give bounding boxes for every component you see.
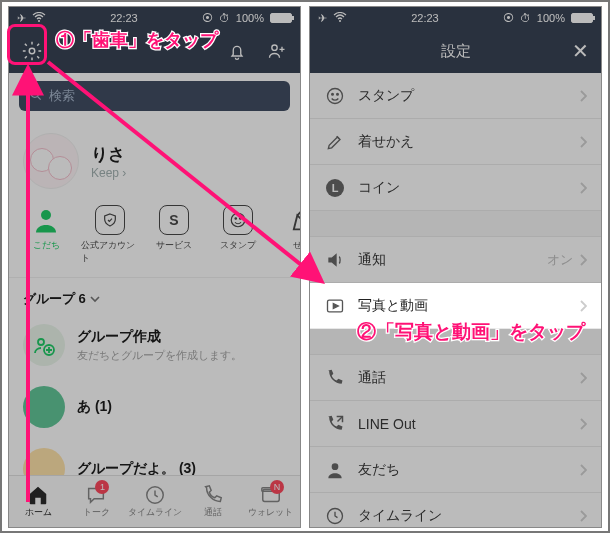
phone-right: ✈︎ 22:23 ⦿ ⏱ 100% 設定 ✕ スタンプ着せかえLコイン通知オン写… — [309, 6, 602, 528]
settings-row-sticker[interactable]: スタンプ — [310, 73, 601, 119]
airplane-icon: ✈︎ — [17, 12, 26, 25]
svg-point-13 — [339, 20, 341, 22]
wifi-icon — [333, 12, 347, 24]
tutorial-stage: ✈︎ 22:23 ⦿ ⏱ 100% — [0, 0, 610, 533]
settings-row-lineout[interactable]: LINE Out — [310, 401, 601, 447]
settings-row-phone[interactable]: 通話 — [310, 355, 601, 401]
tab-call[interactable]: 通話 — [184, 476, 242, 527]
volume-icon — [324, 249, 346, 271]
tab-wallet[interactable]: ウォレット N — [242, 476, 300, 527]
settings-row-label: 友だち — [358, 461, 400, 479]
annotation-1: ①「歯車」をタップ — [56, 28, 218, 52]
settings-row-label: コイン — [358, 179, 400, 197]
tab-talk[interactable]: トーク 1 — [67, 476, 125, 527]
svg-point-0 — [38, 20, 40, 22]
alarm-icon: ⏱ — [520, 12, 531, 24]
search-placeholder: 検索 — [49, 87, 75, 105]
bottom-tab-bar: ホーム トーク 1 タイムライン 通話 ウォレット N — [9, 475, 300, 527]
wifi-icon — [32, 12, 46, 24]
search-icon — [29, 88, 43, 105]
settings-separator — [310, 211, 601, 237]
avatar — [23, 133, 79, 189]
group-row-1[interactable]: あ (1) — [9, 376, 300, 438]
tab-themes[interactable]: せか — [273, 205, 300, 265]
tab-home[interactable]: ホーム — [9, 476, 67, 527]
profile-keep[interactable]: Keep › — [91, 166, 126, 180]
badge-new: N — [270, 480, 284, 494]
media-icon — [324, 295, 346, 317]
groups-header[interactable]: グループ 6 — [9, 278, 300, 314]
battery-pct: 100% — [236, 12, 264, 24]
location-icon: ⦿ — [503, 12, 514, 24]
alarm-icon: ⏱ — [219, 12, 230, 24]
settings-row-label: 通話 — [358, 369, 386, 387]
svg-point-4 — [41, 210, 51, 220]
settings-title: 設定 — [441, 42, 471, 61]
chevron-down-icon — [90, 294, 100, 304]
annotation-gear-highlight — [7, 24, 47, 65]
profile-name: りさ — [91, 143, 126, 166]
status-time: 22:23 — [411, 12, 439, 24]
add-friend-icon[interactable] — [264, 38, 290, 64]
status-time: 22:23 — [110, 12, 138, 24]
group-create-row[interactable]: グループ作成 友だちとグループを作成します。 — [9, 314, 300, 376]
location-icon: ⦿ — [202, 12, 213, 24]
svg-point-7 — [240, 218, 242, 220]
settings-row-trail: オン — [547, 251, 573, 269]
battery-icon — [270, 13, 292, 23]
status-bar: ✈︎ 22:23 ⦿ ⏱ 100% — [9, 7, 300, 29]
svg-point-14 — [328, 88, 343, 103]
settings-row-coin[interactable]: Lコイン — [310, 165, 601, 211]
brush-icon — [324, 131, 346, 153]
settings-row-label: 着せかえ — [358, 133, 414, 151]
sticker-icon — [324, 85, 346, 107]
tab-friends[interactable]: こだち — [17, 205, 75, 265]
settings-row-brush[interactable]: 着せかえ — [310, 119, 601, 165]
tab-stickers[interactable]: スタンプ — [209, 205, 267, 265]
settings-row-label: スタンプ — [358, 87, 414, 105]
tab-services[interactable]: S サービス — [145, 205, 203, 265]
search-input[interactable]: 検索 — [19, 81, 290, 111]
lineout-icon — [324, 413, 346, 435]
settings-list: スタンプ着せかえLコイン通知オン写真と動画通話LINE Out友だちタイムライン… — [310, 73, 601, 528]
svg-point-8 — [38, 339, 44, 345]
svg-point-18 — [332, 463, 339, 470]
settings-row-volume[interactable]: 通知オン — [310, 237, 601, 283]
bell-icon[interactable] — [224, 38, 250, 64]
svg-point-3 — [31, 90, 38, 97]
settings-row-label: LINE Out — [358, 416, 416, 432]
svg-point-5 — [231, 213, 245, 227]
settings-row-label: 写真と動画 — [358, 297, 428, 315]
close-icon[interactable]: ✕ — [572, 39, 589, 63]
tab-official[interactable]: 公式アカウント — [81, 205, 139, 265]
friend-icon — [324, 459, 346, 481]
annotation-2: ②「写真と動画」をタップ — [357, 319, 585, 345]
settings-row-friend[interactable]: 友だち — [310, 447, 601, 493]
settings-row-label: タイムライン — [358, 507, 442, 525]
navbar-settings: 設定 ✕ — [310, 29, 601, 73]
status-bar: ✈︎ 22:23 ⦿ ⏱ 100% — [310, 7, 601, 29]
battery-pct: 100% — [537, 12, 565, 24]
profile-row[interactable]: りさ Keep › — [9, 119, 300, 199]
coin-icon: L — [324, 177, 346, 199]
settings-row-timeline[interactable]: タイムライン — [310, 493, 601, 528]
svg-point-2 — [272, 45, 277, 50]
timeline-icon — [324, 505, 346, 527]
group-create-icon — [23, 324, 65, 366]
phone-left: ✈︎ 22:23 ⦿ ⏱ 100% — [8, 6, 301, 528]
shortcut-tabs: こだち 公式アカウント S サービス スタンプ せか — [9, 199, 300, 278]
phone-icon — [324, 367, 346, 389]
badge-count: 1 — [95, 480, 109, 494]
battery-icon — [571, 13, 593, 23]
airplane-icon: ✈︎ — [318, 12, 327, 25]
svg-point-6 — [235, 218, 237, 220]
tab-timeline[interactable]: タイムライン — [125, 476, 183, 527]
group-avatar-icon — [23, 386, 65, 428]
settings-row-label: 通知 — [358, 251, 386, 269]
svg-point-15 — [332, 93, 334, 95]
svg-point-16 — [337, 93, 339, 95]
